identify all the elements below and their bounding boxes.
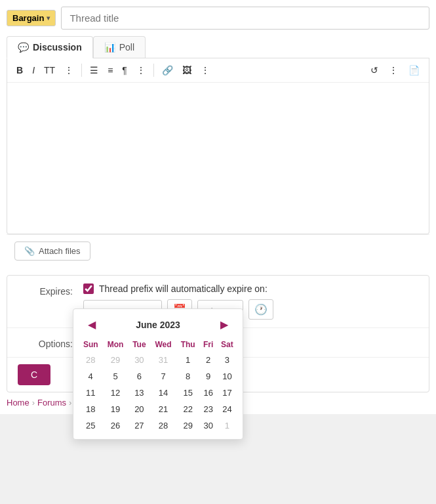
calendar-day[interactable]: 15 bbox=[176, 385, 200, 401]
calendar-day[interactable]: 30 bbox=[199, 417, 216, 434]
calendar-next-button[interactable]: ▶ bbox=[216, 317, 232, 332]
calendar-day[interactable]: 4 bbox=[79, 368, 102, 385]
breadcrumb-home[interactable]: Home bbox=[7, 398, 30, 408]
align-button[interactable]: ≡ bbox=[104, 62, 117, 78]
paragraph-button[interactable]: ¶ bbox=[118, 62, 131, 78]
calendar-prev-button[interactable]: ◀ bbox=[84, 317, 100, 332]
calendar-day[interactable]: 31 bbox=[150, 352, 176, 368]
calendar-weekday: Mon bbox=[102, 337, 128, 352]
preview-button[interactable]: 📄 bbox=[405, 62, 424, 78]
link-button[interactable]: 🔗 bbox=[158, 62, 177, 78]
tab-discussion-label: Discussion bbox=[33, 42, 82, 52]
bold-button[interactable]: B bbox=[12, 62, 27, 78]
calendar-weekdays-row: SunMonTueWedThuFriSat bbox=[79, 337, 237, 352]
calendar-day[interactable]: 22 bbox=[176, 401, 200, 417]
tabs-row: 💬 Discussion 📊 Poll bbox=[7, 36, 429, 58]
breadcrumb-forums[interactable]: Forums bbox=[37, 398, 66, 408]
tab-discussion[interactable]: 💬 Discussion bbox=[7, 36, 93, 58]
calendar-day[interactable]: 17 bbox=[217, 385, 237, 401]
calendar-week-row: 45678910 bbox=[79, 368, 237, 385]
editor-toolbar: B I TT ⋮ ☰ ≡ ¶ ⋮ 🔗 🖼 ⋮ ↺ ⋮ 📄 bbox=[7, 58, 429, 83]
calendar-day[interactable]: 20 bbox=[129, 401, 150, 417]
calendar-day[interactable]: 9 bbox=[199, 368, 216, 385]
calendar-title: June 2023 bbox=[136, 320, 180, 330]
image-button[interactable]: 🖼 bbox=[178, 62, 195, 78]
expires-label: Expires: bbox=[18, 284, 83, 297]
tab-poll[interactable]: 📊 Poll bbox=[93, 36, 146, 58]
calendar-day[interactable]: 25 bbox=[79, 417, 102, 434]
calendar-week-row: 11121314151617 bbox=[79, 385, 237, 401]
poll-icon: 📊 bbox=[104, 42, 115, 52]
tab-poll-label: Poll bbox=[119, 42, 134, 52]
calendar-weekday: Tue bbox=[129, 337, 150, 352]
calendar-day[interactable]: 8 bbox=[176, 368, 200, 385]
calendar-day[interactable]: 21 bbox=[150, 401, 176, 417]
expires-control: Thread prefix will automatically expire … bbox=[83, 284, 418, 320]
expires-row: Expires: Thread prefix will automaticall… bbox=[7, 276, 429, 328]
calendar-day[interactable]: 6 bbox=[129, 368, 150, 385]
clock-icon: 🕐 bbox=[254, 303, 268, 316]
calendar-weekday: Fri bbox=[199, 337, 216, 352]
calendar-day[interactable]: 24 bbox=[217, 401, 237, 417]
editor-body[interactable] bbox=[7, 83, 429, 234]
paperclip-icon: 📎 bbox=[24, 246, 35, 256]
expires-checkbox-row: Thread prefix will automatically expire … bbox=[83, 284, 418, 294]
calendar-day[interactable]: 26 bbox=[102, 417, 128, 434]
expires-text: Thread prefix will automatically expire … bbox=[99, 284, 268, 294]
calendar-day[interactable]: 11 bbox=[79, 385, 102, 401]
calendar-day[interactable]: 3 bbox=[217, 352, 237, 368]
calendar-header: ◀ June 2023 ▶ bbox=[79, 314, 237, 337]
calendar-day[interactable]: 12 bbox=[102, 385, 128, 401]
calendar-day[interactable]: 10 bbox=[217, 368, 237, 385]
calendar-day[interactable]: 5 bbox=[102, 368, 128, 385]
calendar-day[interactable]: 7 bbox=[150, 368, 176, 385]
list-button[interactable]: ☰ bbox=[86, 62, 102, 78]
calendar-day[interactable]: 16 bbox=[199, 385, 216, 401]
calendar-day[interactable]: 13 bbox=[129, 385, 150, 401]
discussion-icon: 💬 bbox=[18, 42, 29, 52]
calendar-day[interactable]: 18 bbox=[79, 401, 102, 417]
calendar-day[interactable]: 28 bbox=[150, 417, 176, 434]
calendar-day[interactable]: 14 bbox=[150, 385, 176, 401]
more-options-3[interactable]: ⋮ bbox=[197, 62, 214, 78]
undo-button[interactable]: ↺ bbox=[367, 62, 382, 78]
toolbar-separator-1 bbox=[81, 64, 82, 77]
prefix-label: Bargain bbox=[12, 13, 44, 23]
attach-row: 📎 Attach files bbox=[7, 234, 429, 267]
calendar-weekday: Thu bbox=[176, 337, 200, 352]
more-options-1[interactable]: ⋮ bbox=[60, 62, 77, 78]
form-section: Expires: Thread prefix will automaticall… bbox=[7, 275, 429, 392]
attach-files-button[interactable]: 📎 Attach files bbox=[14, 242, 90, 261]
calendar-day[interactable]: 29 bbox=[176, 417, 200, 434]
calendar-weekday: Sun bbox=[79, 337, 102, 352]
italic-button[interactable]: I bbox=[28, 62, 39, 78]
expires-checkbox[interactable] bbox=[83, 284, 94, 294]
toolbar-right: ↺ ⋮ 📄 bbox=[367, 62, 424, 78]
more-options-2[interactable]: ⋮ bbox=[132, 62, 149, 78]
calendar-day[interactable]: 30 bbox=[129, 352, 150, 368]
calendar-week-row: 2526272829301 bbox=[79, 417, 237, 434]
calendar-day[interactable]: 1 bbox=[176, 352, 200, 368]
clock-icon-button[interactable]: 🕐 bbox=[248, 299, 273, 320]
title-row: Bargain ▾ bbox=[7, 7, 429, 30]
calendar-day[interactable]: 23 bbox=[199, 401, 216, 417]
calendar-day[interactable]: 27 bbox=[129, 417, 150, 434]
submit-button[interactable]: C bbox=[18, 364, 50, 385]
text-size-button[interactable]: TT bbox=[40, 62, 59, 78]
calendar-week-row: 18192021222324 bbox=[79, 401, 237, 417]
calendar-week-row: 28293031123 bbox=[79, 352, 237, 368]
prefix-arrow: ▾ bbox=[47, 14, 50, 22]
calendar-day[interactable]: 1 bbox=[217, 417, 237, 434]
calendar-day[interactable]: 2 bbox=[199, 352, 216, 368]
thread-title-input[interactable] bbox=[61, 7, 429, 30]
calendar-day[interactable]: 19 bbox=[102, 401, 128, 417]
calendar-day[interactable]: 28 bbox=[79, 352, 102, 368]
prefix-badge[interactable]: Bargain ▾ bbox=[7, 10, 56, 26]
calendar-grid: SunMonTueWedThuFriSat 282930311234567891… bbox=[79, 337, 237, 434]
calendar-weekday: Wed bbox=[150, 337, 176, 352]
submit-label: C bbox=[31, 369, 37, 380]
calendar-day[interactable]: 29 bbox=[102, 352, 128, 368]
attach-files-label: Attach files bbox=[39, 246, 81, 256]
more-options-4[interactable]: ⋮ bbox=[385, 62, 402, 78]
toolbar-separator-2 bbox=[153, 64, 154, 77]
